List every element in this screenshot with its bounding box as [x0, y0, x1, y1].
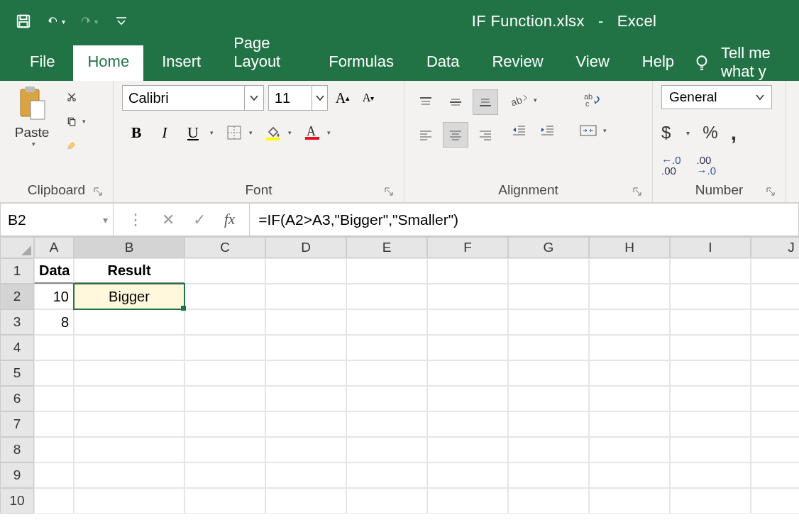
cell-C10[interactable] [184, 488, 265, 514]
col-header-C[interactable]: C [184, 237, 265, 258]
increase-font-button[interactable]: A▴ [332, 87, 353, 109]
cell-B7[interactable] [74, 411, 184, 437]
cell-F2[interactable] [427, 284, 508, 309]
cell-E1[interactable] [346, 258, 427, 284]
align-right-button[interactable] [473, 122, 498, 148]
cell-F3[interactable] [427, 309, 508, 335]
col-header-F[interactable]: F [427, 237, 508, 258]
col-header-I[interactable]: I [670, 237, 751, 258]
decrease-decimal-button[interactable]: .00 →.0 [697, 155, 717, 176]
col-header-H[interactable]: H [589, 237, 670, 258]
cell-G7[interactable] [508, 411, 589, 437]
font-name-dropdown-icon[interactable] [244, 86, 263, 110]
cell-G2[interactable] [508, 284, 589, 309]
tab-insert[interactable]: Insert [148, 45, 215, 81]
tab-home[interactable]: Home [73, 45, 143, 81]
col-header-E[interactable]: E [346, 237, 427, 258]
underline-button[interactable]: U [179, 121, 207, 145]
cell-H2[interactable] [589, 284, 670, 309]
cell-A2[interactable]: 10 [34, 284, 74, 309]
number-format-dropdown-icon[interactable] [749, 86, 771, 109]
cell-F6[interactable] [427, 386, 508, 411]
cell-G1[interactable] [508, 258, 589, 284]
cell-H8[interactable] [589, 437, 670, 462]
cell-E3[interactable] [346, 309, 427, 335]
cell-C8[interactable] [184, 437, 265, 462]
cell-H3[interactable] [589, 309, 670, 335]
cell-D9[interactable] [265, 462, 346, 488]
cell-F7[interactable] [427, 411, 508, 437]
row-header-1[interactable]: 1 [0, 258, 34, 284]
number-dialog-launcher-icon[interactable] [766, 187, 777, 198]
col-header-B[interactable]: B [74, 237, 184, 258]
decrease-indent-button[interactable] [508, 121, 529, 139]
save-icon[interactable] [14, 12, 33, 31]
cell-G4[interactable] [508, 335, 589, 360]
cell-C3[interactable] [184, 309, 265, 335]
cell-B9[interactable] [74, 462, 184, 488]
row-header-3[interactable]: 3 [0, 309, 34, 335]
align-middle-button[interactable] [443, 89, 468, 115]
font-size-input[interactable] [269, 90, 312, 106]
cell-J3[interactable] [751, 309, 799, 335]
col-header-D[interactable]: D [265, 237, 346, 258]
merge-center-button[interactable] [576, 121, 600, 140]
cell-A8[interactable] [34, 437, 74, 462]
cell-B1[interactable]: Result [74, 258, 184, 284]
cell-H1[interactable] [589, 258, 670, 284]
cell-B5[interactable] [74, 360, 184, 386]
cell-J1[interactable] [751, 258, 799, 284]
cell-D3[interactable] [265, 309, 346, 335]
cell-F4[interactable] [427, 335, 508, 360]
format-painter-button[interactable] [64, 138, 79, 153]
cell-C5[interactable] [184, 360, 265, 386]
cell-D8[interactable] [265, 437, 346, 462]
row-header-7[interactable]: 7 [0, 411, 34, 437]
increase-indent-button[interactable] [536, 121, 558, 139]
wrap-text-button[interactable]: abc [576, 89, 607, 111]
cell-A4[interactable] [34, 335, 74, 360]
decrease-font-button[interactable]: A▾ [358, 87, 379, 109]
orientation-button[interactable]: ab [508, 89, 531, 111]
cell-J10[interactable] [751, 488, 799, 514]
font-size-dropdown-icon[interactable] [312, 86, 327, 110]
cell-H5[interactable] [589, 360, 670, 386]
cell-J2[interactable] [751, 284, 799, 309]
copy-button[interactable] [64, 113, 79, 129]
cell-A6[interactable] [34, 386, 74, 411]
col-header-J[interactable]: J [751, 237, 799, 258]
number-format-combo[interactable]: General [661, 85, 772, 109]
cell-D2[interactable] [265, 284, 346, 309]
cell-D4[interactable] [265, 335, 346, 360]
cell-I9[interactable] [670, 462, 751, 488]
cell-H10[interactable] [589, 488, 670, 514]
cell-F5[interactable] [427, 360, 508, 386]
col-header-G[interactable]: G [508, 237, 589, 258]
font-dialog-launcher-icon[interactable] [384, 187, 395, 198]
cell-I7[interactable] [670, 411, 751, 437]
cell-J9[interactable] [751, 462, 799, 488]
font-name-combo[interactable] [122, 85, 264, 111]
tab-view[interactable]: View [562, 45, 624, 81]
cell-E9[interactable] [346, 462, 427, 488]
cell-C2[interactable] [184, 284, 265, 309]
row-header-4[interactable]: 4 [0, 335, 34, 360]
cell-A9[interactable] [34, 462, 74, 488]
cell-H9[interactable] [589, 462, 670, 488]
cell-E5[interactable] [346, 360, 427, 386]
cell-B4[interactable] [74, 335, 184, 360]
cell-C9[interactable] [184, 462, 265, 488]
tab-help[interactable]: Help [628, 45, 688, 81]
increase-decimal-button[interactable]: ←.0 .00 [661, 155, 681, 176]
currency-button[interactable]: $ [661, 123, 671, 143]
cell-F10[interactable] [427, 488, 508, 514]
tell-me-text[interactable]: Tell me what y [721, 44, 783, 81]
cell-J8[interactable] [751, 437, 799, 462]
row-header-10[interactable]: 10 [0, 488, 34, 514]
cell-D7[interactable] [265, 411, 346, 437]
cell-D1[interactable] [265, 258, 346, 284]
cell-E8[interactable] [346, 437, 427, 462]
cell-H7[interactable] [589, 411, 670, 437]
cell-D5[interactable] [265, 360, 346, 386]
comma-style-button[interactable]: , [731, 121, 737, 145]
